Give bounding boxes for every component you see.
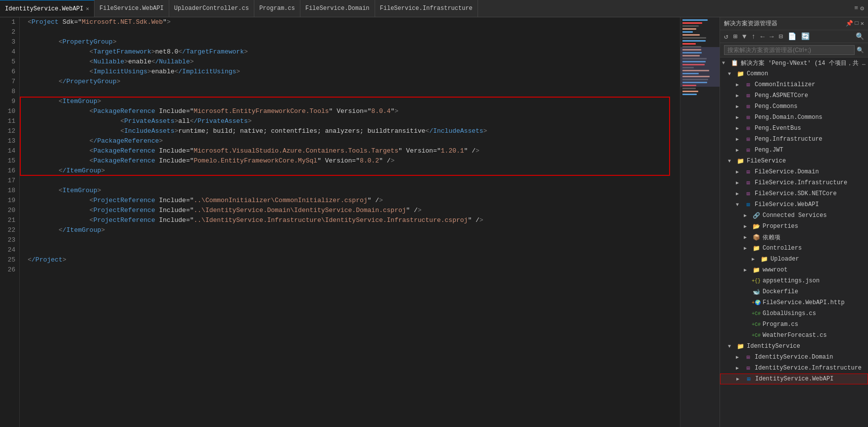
tab-label: FileService.WebAPI	[99, 5, 164, 12]
tree-item[interactable]: ▶📂Properties	[720, 221, 868, 232]
tree-item[interactable]: ▶⊞CommonInitializer	[720, 79, 868, 90]
properties-icon[interactable]: ⊞	[731, 31, 739, 42]
minimap-line	[682, 28, 696, 30]
se-header-controls: 📌 □ ✕	[846, 20, 864, 27]
deps-icon: 📦	[752, 234, 761, 241]
expand-arrow: ▼	[728, 71, 736, 77]
overflow-icon[interactable]: ≡	[854, 4, 858, 12]
tree-item[interactable]: +🌍FileService.WebAPI.http	[720, 297, 868, 308]
forward-icon[interactable]: →	[768, 32, 775, 42]
line-number: 26	[0, 265, 15, 275]
tree-item[interactable]: ▶⊞Peng.Infrastructure	[720, 134, 868, 145]
solution-icon: 📋	[730, 59, 739, 67]
se-header-title: 解决方案资源管理器	[724, 19, 777, 28]
expand-arrow: ▶	[744, 267, 752, 273]
minimap-line	[682, 40, 706, 42]
code-line	[28, 245, 680, 255]
tree-item[interactable]: ▶⊞Peng.Commons	[720, 101, 868, 112]
minimap-line	[682, 43, 696, 45]
tab-identityservice-webapi[interactable]: IdentityService.WebAPI ✕	[0, 0, 95, 17]
up-icon[interactable]: ↑	[749, 32, 757, 42]
code-line	[28, 265, 680, 275]
tree-item[interactable]: ▶⊞FileService.Infrastructure	[720, 177, 868, 188]
code-line	[28, 235, 680, 245]
tree-item[interactable]: ▶📁Uploader	[720, 254, 868, 265]
line-number: 12	[0, 126, 15, 136]
tree-item[interactable]: ▼📁FileService	[720, 156, 868, 166]
refresh-icon[interactable]: 🔄	[799, 31, 812, 42]
tree-item[interactable]: +{}appsettings.json	[720, 275, 868, 286]
line-number: 4	[0, 47, 15, 57]
folder-icon: 📁	[752, 245, 761, 252]
tree-item[interactable]: ▶📦依赖项	[720, 232, 868, 243]
tree-item[interactable]: ▶📁Controllers	[720, 243, 868, 254]
tree-item[interactable]: ▶⊞FileService.SDK.NETCore	[720, 188, 868, 199]
minimap-line	[682, 34, 700, 36]
close-icon[interactable]: ✕	[86, 5, 89, 12]
tree-item[interactable]: ▶⊞FileService.Domain	[720, 166, 868, 177]
settings-icon[interactable]: ⚙	[860, 4, 864, 12]
back-icon[interactable]: ←	[759, 32, 767, 42]
tree-item-label: Peng.JWT	[755, 147, 868, 154]
maximize-icon[interactable]: □	[855, 20, 859, 27]
tree-item[interactable]: ▶📁wwwroot	[720, 265, 868, 275]
code-line: </Project>	[28, 255, 680, 265]
tab-fileservice-infrastructure[interactable]: FileService.Infrastructure	[375, 0, 478, 17]
code-line: <ItemGroup>	[28, 186, 680, 196]
tab-fileservice-webapi[interactable]: FileService.WebAPI	[95, 0, 169, 17]
expand-arrow: ▶	[736, 191, 744, 197]
tree-item[interactable]: 🐋Dockerfile	[720, 286, 868, 297]
tree-item[interactable]: ▶⊞Peng.JWT	[720, 145, 868, 156]
line-number: 7	[0, 77, 15, 87]
tree-item-label: WeatherForecast.cs	[763, 332, 868, 339]
tree-item[interactable]: ▶⊞Peng.EventBus	[720, 123, 868, 134]
expand-arrow: ▼	[728, 344, 736, 349]
tree-item-label: Program.cs	[763, 321, 868, 328]
expand-arrow: ▶	[744, 223, 752, 229]
main-area: 1234567891011121314151617181920212223242…	[0, 17, 868, 427]
minimap-line	[682, 88, 696, 89]
tree-item[interactable]: ▶⊞IdentityService.Infrastructure	[720, 363, 868, 374]
minimap	[680, 17, 720, 427]
tab-program-cs[interactable]: Program.cs	[254, 0, 300, 17]
tree-item-label: appsettings.json	[763, 277, 868, 284]
expand-arrow: ▶	[736, 114, 744, 120]
tab-uploadercontroller[interactable]: UploaderController.cs	[169, 0, 254, 17]
expand-arrow: ▶	[736, 125, 744, 131]
search-icon[interactable]: 🔍	[857, 47, 864, 54]
http-icon: +🌍	[752, 300, 761, 306]
tree-item[interactable]: +C#Program.cs	[720, 319, 868, 330]
collapse-all-icon[interactable]: ⊟	[777, 31, 785, 42]
tree-item[interactable]: ▼⊞FileService.WebAPI	[720, 199, 868, 210]
tree-item[interactable]: ▶⊞Peng.ASPNETCore	[720, 90, 868, 101]
se-search-input[interactable]	[724, 45, 855, 55]
tree-item[interactable]: ▶⊞IdentityService.Domain	[720, 352, 868, 363]
proj-icon: ⊞	[744, 114, 753, 121]
tree-item[interactable]: +C#GlobalUsings.cs	[720, 308, 868, 319]
se-toolbar: ↺ ⊞ ▼ ↑ ← → ⊟ 📄 🔄 🔍	[720, 30, 868, 43]
tree-item[interactable]: ▼📁IdentityService	[720, 341, 868, 352]
pin-icon[interactable]: 📌	[846, 20, 853, 27]
filter-icon[interactable]: ▼	[740, 32, 748, 42]
minimap-highlight	[680, 47, 720, 87]
tree-item[interactable]: ▼📁Common	[720, 68, 868, 79]
solution-root[interactable]: ▼ 📋 解决方案 'Peng-VNext' (14 个项目，共 14 个)	[720, 57, 868, 68]
new-file-icon[interactable]: 📄	[786, 31, 798, 42]
cs-icon: +C#	[752, 322, 761, 327]
tree-item[interactable]: ▶🔗Connected Services	[720, 210, 868, 221]
tree-item[interactable]: ▶⊞IdentityService.WebAPI	[720, 374, 868, 384]
tree-item-label: IdentityService.Infrastructure	[755, 365, 868, 372]
tree-item[interactable]: ▶⊞Peng.Domain.Commons	[720, 112, 868, 123]
folder-icon: 📁	[736, 70, 745, 78]
expand-arrow: ▶	[736, 104, 744, 109]
close-panel-icon[interactable]: ✕	[861, 20, 864, 27]
tree-item[interactable]: +C#WeatherForecast.cs	[720, 330, 868, 341]
code-editor[interactable]: <Project Sdk="Microsoft.NET.Sdk.Web"> <P…	[20, 17, 680, 427]
sync-icon[interactable]: ↺	[722, 31, 730, 42]
tree-item-label: FileService.WebAPI.http	[763, 299, 868, 306]
line-number: 22	[0, 225, 15, 235]
connected-icon: 🔗	[752, 212, 761, 219]
search-tb-icon[interactable]: 🔍	[854, 31, 866, 42]
webapi-icon: ⊞	[744, 201, 753, 209]
tab-fileservice-domain[interactable]: FileService.Domain	[300, 0, 375, 17]
